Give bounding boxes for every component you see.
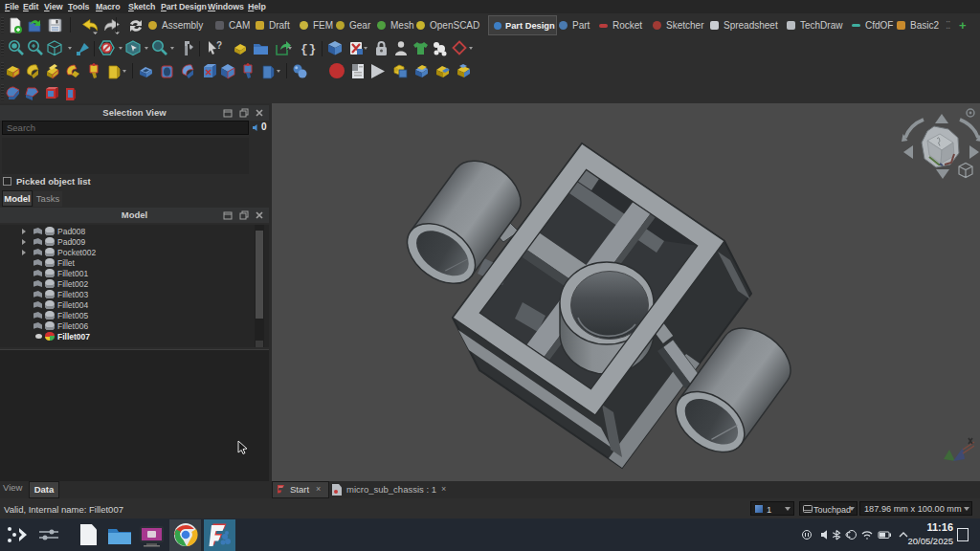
svg-text:?: ?: [216, 40, 222, 51]
svg-text:{ }: { }: [301, 42, 316, 56]
